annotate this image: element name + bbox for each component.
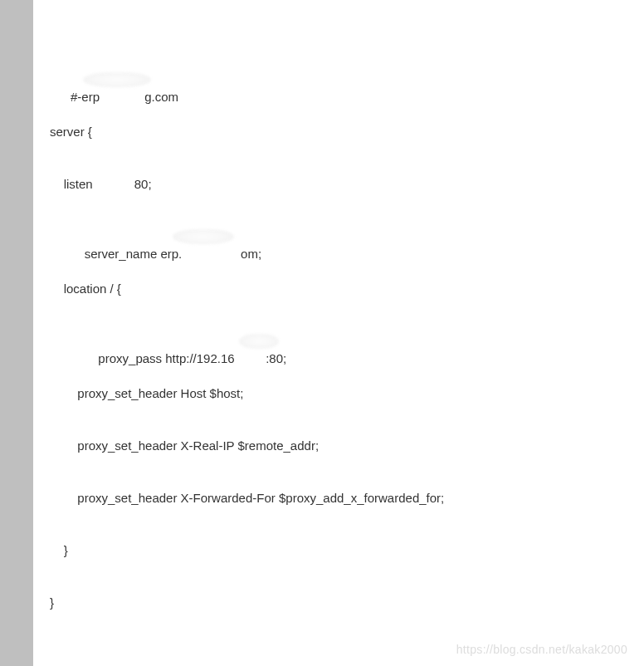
redaction: [173, 229, 234, 244]
server-name-line: server_name erp. om;: [71, 247, 261, 261]
code-line: location / {: [50, 280, 627, 297]
proxy-pass-line: proxy_pass http://192.16 :80;: [71, 351, 286, 365]
watermark: https://blog.csdn.net/kakak2000: [456, 643, 627, 656]
code-line: proxy_set_header Host $host;: [50, 384, 627, 402]
code-line: }: [50, 541, 627, 559]
code-line: proxy_pass http://192.16 :80;: [50, 332, 627, 350]
comment-line: #-erp g.com: [71, 90, 178, 104]
code-line: #-erp g.com: [50, 71, 627, 88]
code-line: proxy_set_header X-Real-IP $remote_addr;: [50, 437, 627, 454]
code-line: }: [50, 594, 627, 611]
code-line: server_name erp. om;: [50, 228, 627, 245]
code-block: #-erp g.com server { listen 80; server_n…: [50, 18, 627, 666]
document-page: #-erp g.com server { listen 80; server_n…: [33, 0, 644, 666]
redaction: [239, 334, 279, 349]
code-line: listen 80;: [50, 175, 627, 193]
redaction: [83, 72, 151, 87]
code-line: proxy_set_header X-Forwarded-For $proxy_…: [50, 489, 627, 507]
code-line: server {: [50, 123, 627, 140]
